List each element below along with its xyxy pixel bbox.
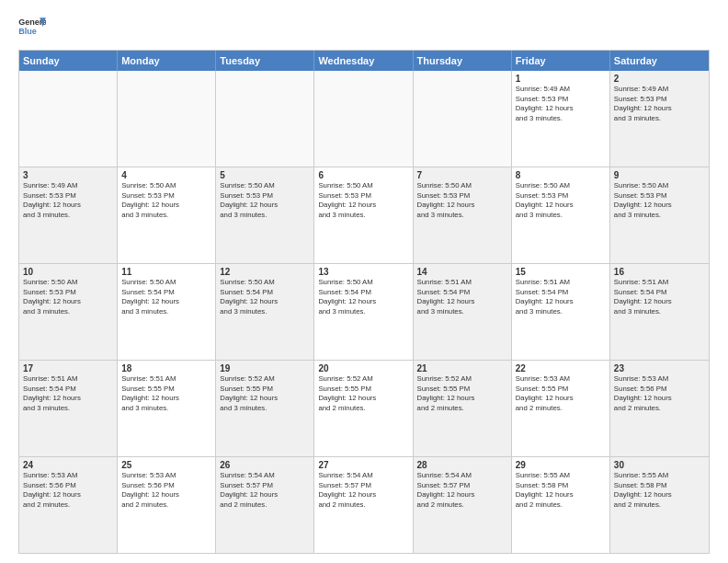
day-number: 3 [23,170,113,180]
day-cell-25: 25Sunrise: 5:53 AM Sunset: 5:56 PM Dayli… [118,457,216,553]
calendar-row-4: 24Sunrise: 5:53 AM Sunset: 5:56 PM Dayli… [19,456,709,553]
day-number: 30 [614,460,705,470]
day-cell-7: 7Sunrise: 5:50 AM Sunset: 5:53 PM Daylig… [414,167,512,263]
calendar-row-1: 3Sunrise: 5:49 AM Sunset: 5:53 PM Daylig… [19,167,709,263]
day-number: 23 [614,363,705,373]
day-number: 24 [23,460,113,470]
day-cell-5: 5Sunrise: 5:50 AM Sunset: 5:53 PM Daylig… [216,167,314,263]
day-cell-3: 3Sunrise: 5:49 AM Sunset: 5:53 PM Daylig… [19,167,118,263]
day-cell-19: 19Sunrise: 5:52 AM Sunset: 5:55 PM Dayli… [216,361,314,456]
cell-content: Sunrise: 5:55 AM Sunset: 5:58 PM Dayligh… [516,471,606,510]
calendar-body: 1Sunrise: 5:49 AM Sunset: 5:53 PM Daylig… [19,71,709,553]
day-number: 14 [417,267,507,277]
day-number: 13 [318,267,408,277]
day-number: 27 [318,460,408,470]
day-number: 9 [614,170,705,180]
day-cell-13: 13Sunrise: 5:50 AM Sunset: 5:54 PM Dayli… [314,264,413,360]
logo-icon: General Blue [18,15,46,40]
header-day-saturday: Saturday [610,51,709,71]
logo: General Blue [18,15,46,40]
day-number: 15 [516,267,606,277]
day-number: 25 [121,460,211,470]
day-cell-4: 4Sunrise: 5:50 AM Sunset: 5:53 PM Daylig… [118,167,216,263]
day-number: 2 [614,74,705,84]
day-cell-17: 17Sunrise: 5:51 AM Sunset: 5:54 PM Dayli… [19,361,118,456]
cell-content: Sunrise: 5:50 AM Sunset: 5:54 PM Dayligh… [318,278,408,316]
svg-text:Blue: Blue [18,27,37,36]
cell-content: Sunrise: 5:50 AM Sunset: 5:53 PM Dayligh… [220,181,310,220]
day-cell-24: 24Sunrise: 5:53 AM Sunset: 5:56 PM Dayli… [19,457,118,553]
day-cell-10: 10Sunrise: 5:50 AM Sunset: 5:53 PM Dayli… [19,264,118,360]
cell-content: Sunrise: 5:50 AM Sunset: 5:53 PM Dayligh… [516,181,606,220]
cell-content: Sunrise: 5:53 AM Sunset: 5:56 PM Dayligh… [121,471,211,510]
cell-content: Sunrise: 5:52 AM Sunset: 5:55 PM Dayligh… [318,374,408,413]
day-cell-29: 29Sunrise: 5:55 AM Sunset: 5:58 PM Dayli… [512,457,610,553]
header-day-friday: Friday [512,51,610,71]
header: General Blue [18,15,710,40]
cell-content: Sunrise: 5:53 AM Sunset: 5:55 PM Dayligh… [516,374,606,413]
day-cell-16: 16Sunrise: 5:51 AM Sunset: 5:54 PM Dayli… [610,264,709,360]
cell-content: Sunrise: 5:51 AM Sunset: 5:54 PM Dayligh… [23,374,113,413]
cell-content: Sunrise: 5:50 AM Sunset: 5:53 PM Dayligh… [23,278,113,316]
calendar-row-3: 17Sunrise: 5:51 AM Sunset: 5:54 PM Dayli… [19,360,709,456]
day-cell-28: 28Sunrise: 5:54 AM Sunset: 5:57 PM Dayli… [414,457,512,553]
day-cell-30: 30Sunrise: 5:55 AM Sunset: 5:58 PM Dayli… [610,457,709,553]
day-number: 19 [220,363,310,373]
cell-content: Sunrise: 5:54 AM Sunset: 5:57 PM Dayligh… [220,471,310,510]
calendar: SundayMondayTuesdayWednesdayThursdayFrid… [18,50,710,554]
cell-content: Sunrise: 5:51 AM Sunset: 5:54 PM Dayligh… [516,278,606,316]
day-number: 21 [417,363,507,373]
empty-cell [414,71,512,167]
day-cell-12: 12Sunrise: 5:50 AM Sunset: 5:54 PM Dayli… [216,264,314,360]
day-cell-18: 18Sunrise: 5:51 AM Sunset: 5:55 PM Dayli… [118,361,216,456]
calendar-row-2: 10Sunrise: 5:50 AM Sunset: 5:53 PM Dayli… [19,263,709,360]
cell-content: Sunrise: 5:51 AM Sunset: 5:54 PM Dayligh… [417,278,507,316]
day-number: 7 [417,170,507,180]
day-number: 11 [121,267,211,277]
cell-content: Sunrise: 5:49 AM Sunset: 5:53 PM Dayligh… [516,85,606,123]
day-number: 18 [121,363,211,373]
day-number: 4 [121,170,211,180]
day-cell-22: 22Sunrise: 5:53 AM Sunset: 5:55 PM Dayli… [512,361,610,456]
day-number: 28 [417,460,507,470]
day-cell-26: 26Sunrise: 5:54 AM Sunset: 5:57 PM Dayli… [216,457,314,553]
day-cell-6: 6Sunrise: 5:50 AM Sunset: 5:53 PM Daylig… [314,167,413,263]
header-day-wednesday: Wednesday [314,51,413,71]
day-number: 10 [23,267,113,277]
cell-content: Sunrise: 5:52 AM Sunset: 5:55 PM Dayligh… [417,374,507,413]
day-number: 22 [516,363,606,373]
cell-content: Sunrise: 5:50 AM Sunset: 5:53 PM Dayligh… [318,181,408,220]
cell-content: Sunrise: 5:53 AM Sunset: 5:56 PM Dayligh… [614,374,705,413]
calendar-header: SundayMondayTuesdayWednesdayThursdayFrid… [19,51,709,71]
cell-content: Sunrise: 5:55 AM Sunset: 5:58 PM Dayligh… [614,471,705,510]
cell-content: Sunrise: 5:52 AM Sunset: 5:55 PM Dayligh… [220,374,310,413]
day-number: 8 [516,170,606,180]
empty-cell [314,71,413,167]
day-cell-21: 21Sunrise: 5:52 AM Sunset: 5:55 PM Dayli… [414,361,512,456]
day-cell-27: 27Sunrise: 5:54 AM Sunset: 5:57 PM Dayli… [314,457,413,553]
day-number: 12 [220,267,310,277]
cell-content: Sunrise: 5:50 AM Sunset: 5:54 PM Dayligh… [220,278,310,316]
day-cell-8: 8Sunrise: 5:50 AM Sunset: 5:53 PM Daylig… [512,167,610,263]
day-number: 17 [23,363,113,373]
day-number: 6 [318,170,408,180]
day-number: 1 [516,74,606,84]
empty-cell [118,71,216,167]
header-day-tuesday: Tuesday [216,51,314,71]
cell-content: Sunrise: 5:51 AM Sunset: 5:54 PM Dayligh… [614,278,705,316]
day-cell-23: 23Sunrise: 5:53 AM Sunset: 5:56 PM Dayli… [610,361,709,456]
cell-content: Sunrise: 5:50 AM Sunset: 5:53 PM Dayligh… [614,181,705,220]
header-day-thursday: Thursday [414,51,512,71]
cell-content: Sunrise: 5:53 AM Sunset: 5:56 PM Dayligh… [23,471,113,510]
day-cell-1: 1Sunrise: 5:49 AM Sunset: 5:53 PM Daylig… [512,71,610,167]
header-day-monday: Monday [118,51,216,71]
day-cell-2: 2Sunrise: 5:49 AM Sunset: 5:53 PM Daylig… [610,71,709,167]
day-number: 16 [614,267,705,277]
day-number: 26 [220,460,310,470]
empty-cell [216,71,314,167]
cell-content: Sunrise: 5:50 AM Sunset: 5:53 PM Dayligh… [121,181,211,220]
cell-content: Sunrise: 5:50 AM Sunset: 5:54 PM Dayligh… [121,278,211,316]
cell-content: Sunrise: 5:49 AM Sunset: 5:53 PM Dayligh… [23,181,113,220]
day-number: 5 [220,170,310,180]
day-cell-14: 14Sunrise: 5:51 AM Sunset: 5:54 PM Dayli… [414,264,512,360]
